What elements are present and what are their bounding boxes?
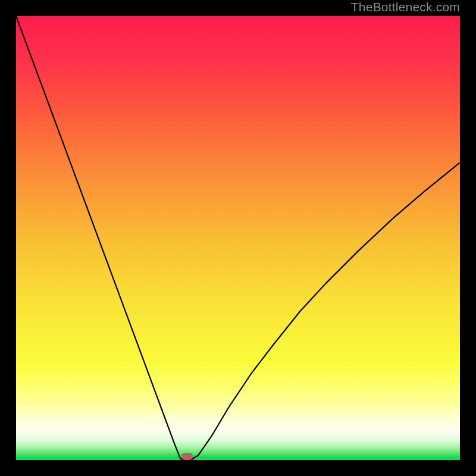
watermark-text: TheBottleneck.com: [351, 0, 460, 14]
optimal-point-marker: [181, 453, 193, 460]
bottleneck-curve: [16, 16, 460, 460]
chart-area: [16, 16, 460, 460]
